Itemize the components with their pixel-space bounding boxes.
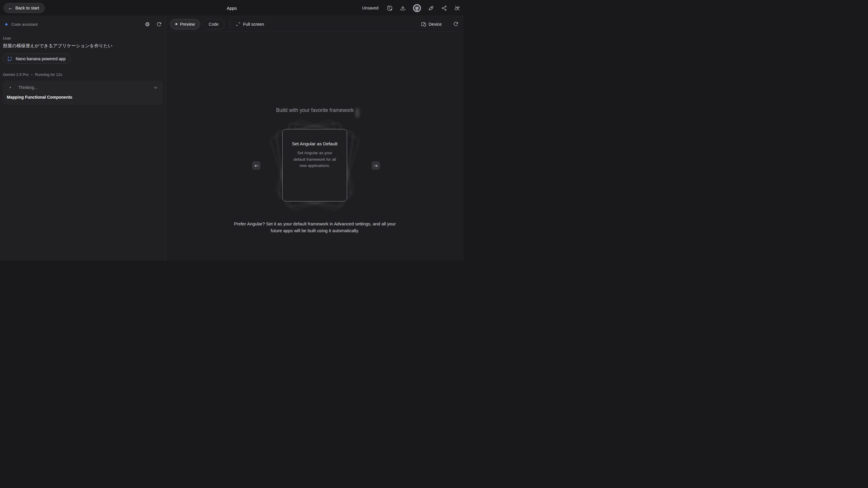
arrow-right-icon: → bbox=[374, 163, 378, 168]
thinking-label: Thinking... bbox=[18, 85, 37, 90]
run-status-row: Gemini 2.5 Pro • Running for 12s bbox=[3, 72, 163, 77]
nano-banana-app-chip[interactable]: Nano banana powered app bbox=[3, 54, 71, 64]
assistant-header-actions: ⚙ bbox=[145, 22, 161, 27]
assistant-panel-label: Code assistant bbox=[11, 22, 37, 27]
chevron-down-icon[interactable] bbox=[153, 85, 158, 90]
tip-card-title: Set Angular as Default bbox=[283, 141, 347, 147]
download-icon[interactable] bbox=[400, 5, 406, 11]
thinking-header[interactable]: Thinking... bbox=[7, 85, 158, 90]
assistant-panel-header: Code assistant ⚙ bbox=[0, 17, 165, 32]
device-button[interactable]: Device bbox=[421, 22, 442, 27]
user-turn-label: User bbox=[3, 36, 163, 40]
preview-panel-header: Preview Code Full screen bbox=[166, 17, 464, 32]
carousel-heading: Build with your favorite framework bbox=[166, 107, 464, 113]
tip-card-description: Set Angular as your default framework fo… bbox=[291, 150, 338, 169]
tab-preview-label: Preview bbox=[180, 22, 195, 27]
share-icon[interactable] bbox=[441, 5, 447, 11]
user-message-text: 部屋の模様替えができるアプリケーションを作りたい bbox=[3, 43, 163, 49]
arrow-left-icon: ← bbox=[8, 6, 13, 10]
tab-preview[interactable]: Preview bbox=[170, 19, 200, 30]
device-label: Device bbox=[429, 22, 442, 27]
carousel-footer-text: Prefer Angular? Set it as your default f… bbox=[229, 221, 401, 234]
carousel-footer: Prefer Angular? Set it as your default f… bbox=[166, 221, 464, 234]
full-screen-icon bbox=[236, 22, 240, 26]
model-name: Gemini 2.5 Pro bbox=[3, 72, 29, 77]
running-status: Running for 12s bbox=[35, 72, 62, 77]
chat-transcript: User 部屋の模様替えができるアプリケーションを作りたい Nano banan… bbox=[0, 32, 165, 105]
full-screen-button[interactable]: Full screen bbox=[236, 22, 264, 27]
save-status-label: Unsaved bbox=[362, 6, 378, 10]
device-icon bbox=[421, 22, 426, 27]
code-assistant-panel: Code assistant ⚙ User 部屋の模様替えができるアプリケーショ… bbox=[0, 17, 166, 261]
preview-viewport: Build with your favorite framework Set A… bbox=[166, 32, 464, 260]
carousel-prev-button[interactable]: ← bbox=[252, 161, 260, 170]
gemini-spark-icon bbox=[4, 22, 8, 27]
bullet-separator: • bbox=[31, 73, 33, 76]
top-bar-actions: Unsaved bbox=[362, 4, 460, 12]
back-to-start-button[interactable]: ← Back to start bbox=[4, 3, 44, 13]
tab-code[interactable]: Code bbox=[203, 19, 224, 30]
preview-header-right: Device bbox=[421, 22, 460, 27]
full-screen-label: Full screen bbox=[243, 22, 264, 27]
app-chip-label: Nano banana powered app bbox=[16, 57, 66, 61]
back-to-start-label: Back to start bbox=[16, 6, 39, 10]
top-bar: ← Back to start Apps Unsaved bbox=[0, 0, 464, 16]
carousel-next-button[interactable]: → bbox=[372, 161, 380, 170]
thinking-step-title: Mapping Functional Components bbox=[7, 95, 158, 100]
preview-panel: Preview Code Full screen bbox=[166, 17, 464, 261]
deploy-rocket-icon[interactable] bbox=[428, 5, 434, 11]
ghost-card-detail bbox=[355, 108, 359, 118]
github-icon[interactable] bbox=[413, 4, 421, 12]
thinking-spinner-icon bbox=[10, 87, 11, 88]
tip-card[interactable]: Set Angular as Default Set Angular as yo… bbox=[282, 129, 347, 201]
api-key-off-icon[interactable] bbox=[455, 5, 460, 11]
arrow-left-icon: ← bbox=[254, 163, 258, 168]
tip-card-deck: Set Angular as Default Set Angular as yo… bbox=[166, 129, 464, 201]
save-edit-icon[interactable] bbox=[387, 5, 393, 11]
preview-status-dot-icon bbox=[175, 23, 177, 25]
tab-code-label: Code bbox=[209, 22, 218, 27]
thinking-panel: Thinking... Mapping Functional Component… bbox=[3, 80, 163, 105]
image-edit-spark-icon bbox=[7, 56, 12, 61]
settings-gear-icon[interactable]: ⚙ bbox=[145, 22, 150, 27]
assistant-refresh-icon[interactable] bbox=[156, 22, 161, 27]
preview-refresh-icon[interactable] bbox=[453, 22, 458, 27]
assistant-title: Code assistant bbox=[4, 22, 37, 27]
